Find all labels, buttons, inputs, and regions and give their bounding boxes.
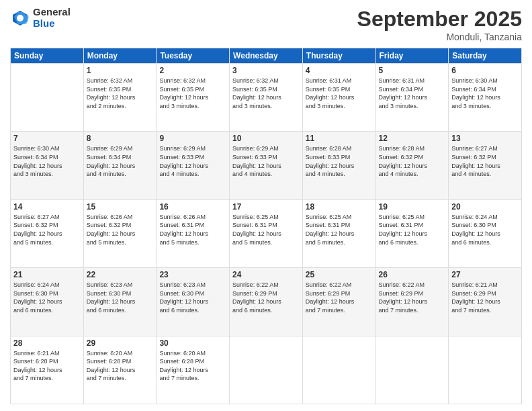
day-cell: 9Sunrise: 6:29 AM Sunset: 6:33 PM Daylig…: [157, 132, 230, 199]
day-cell: 27Sunrise: 6:21 AM Sunset: 6:29 PM Dayli…: [449, 268, 522, 336]
day-cell: 17Sunrise: 6:25 AM Sunset: 6:31 PM Dayli…: [230, 199, 303, 267]
day-cell: 23Sunrise: 6:23 AM Sunset: 6:30 PM Dayli…: [157, 268, 230, 336]
day-cell: 10Sunrise: 6:29 AM Sunset: 6:33 PM Dayli…: [230, 132, 303, 199]
page: General Blue September 2025 Monduli, Tan…: [0, 0, 532, 411]
day-number: 16: [159, 202, 226, 212]
day-cell: 2Sunrise: 6:32 AM Sunset: 6:35 PM Daylig…: [157, 64, 230, 132]
day-cell: 13Sunrise: 6:27 AM Sunset: 6:32 PM Dayli…: [449, 132, 522, 199]
day-info: Sunrise: 6:25 AM Sunset: 6:31 PM Dayligh…: [306, 213, 373, 246]
day-number: 6: [451, 66, 519, 75]
col-header-thursday: Thursday: [302, 48, 375, 64]
day-cell: [375, 336, 449, 404]
day-cell: 25Sunrise: 6:22 AM Sunset: 6:29 PM Dayli…: [302, 268, 375, 336]
day-info: Sunrise: 6:28 AM Sunset: 6:33 PM Dayligh…: [306, 144, 373, 178]
day-number: 20: [451, 202, 519, 212]
day-cell: 5Sunrise: 6:31 AM Sunset: 6:34 PM Daylig…: [375, 64, 449, 132]
col-header-sunday: Sunday: [11, 48, 84, 64]
day-cell: 1Sunrise: 6:32 AM Sunset: 6:35 PM Daylig…: [83, 64, 157, 132]
week-row-4: 21Sunrise: 6:24 AM Sunset: 6:30 PM Dayli…: [11, 268, 522, 336]
logo-text: General Blue: [33, 7, 71, 29]
day-number: 24: [232, 270, 300, 279]
day-info: Sunrise: 6:28 AM Sunset: 6:32 PM Dayligh…: [379, 144, 446, 178]
svg-point-2: [17, 15, 24, 21]
day-number: 8: [87, 134, 154, 143]
day-number: 7: [13, 134, 81, 143]
day-number: 28: [13, 338, 81, 348]
day-cell: 20Sunrise: 6:24 AM Sunset: 6:30 PM Dayli…: [449, 199, 522, 267]
day-number: 14: [13, 202, 81, 212]
day-info: Sunrise: 6:25 AM Sunset: 6:31 PM Dayligh…: [379, 213, 446, 246]
day-cell: 12Sunrise: 6:28 AM Sunset: 6:32 PM Dayli…: [375, 132, 449, 199]
header: General Blue September 2025 Monduli, Tan…: [10, 7, 522, 42]
day-cell: 8Sunrise: 6:29 AM Sunset: 6:34 PM Daylig…: [83, 132, 157, 199]
logo: General Blue: [10, 7, 71, 29]
day-cell: 29Sunrise: 6:20 AM Sunset: 6:28 PM Dayli…: [83, 336, 157, 404]
day-number: 10: [232, 134, 300, 143]
day-number: 18: [306, 202, 373, 212]
day-info: Sunrise: 6:29 AM Sunset: 6:34 PM Dayligh…: [87, 144, 154, 178]
col-header-friday: Friday: [375, 48, 449, 64]
day-number: 22: [87, 270, 154, 279]
day-cell: 4Sunrise: 6:31 AM Sunset: 6:35 PM Daylig…: [302, 64, 375, 132]
day-cell: [11, 64, 84, 132]
day-number: 9: [159, 134, 226, 143]
week-row-2: 7Sunrise: 6:30 AM Sunset: 6:34 PM Daylig…: [11, 132, 522, 199]
col-header-monday: Monday: [83, 48, 157, 64]
day-info: Sunrise: 6:26 AM Sunset: 6:31 PM Dayligh…: [159, 213, 226, 246]
calendar: SundayMondayTuesdayWednesdayThursdayFrid…: [10, 48, 522, 404]
day-number: 5: [379, 66, 446, 75]
day-cell: 6Sunrise: 6:30 AM Sunset: 6:34 PM Daylig…: [449, 64, 522, 132]
day-cell: 21Sunrise: 6:24 AM Sunset: 6:30 PM Dayli…: [11, 268, 84, 336]
day-cell: [230, 336, 303, 404]
day-number: 17: [232, 202, 300, 212]
day-number: 23: [159, 270, 226, 279]
week-row-1: 1Sunrise: 6:32 AM Sunset: 6:35 PM Daylig…: [11, 64, 522, 132]
day-cell: 26Sunrise: 6:22 AM Sunset: 6:29 PM Dayli…: [375, 268, 449, 336]
day-info: Sunrise: 6:32 AM Sunset: 6:35 PM Dayligh…: [232, 77, 300, 110]
day-info: Sunrise: 6:31 AM Sunset: 6:34 PM Dayligh…: [379, 77, 446, 110]
day-cell: 16Sunrise: 6:26 AM Sunset: 6:31 PM Dayli…: [157, 199, 230, 267]
header-row: SundayMondayTuesdayWednesdayThursdayFrid…: [11, 48, 522, 64]
logo-blue: Blue: [33, 18, 71, 30]
day-number: 11: [306, 134, 373, 143]
day-number: 15: [87, 202, 154, 212]
day-number: 4: [306, 66, 373, 75]
day-number: 21: [13, 270, 81, 279]
day-info: Sunrise: 6:24 AM Sunset: 6:30 PM Dayligh…: [13, 281, 81, 314]
day-cell: 14Sunrise: 6:27 AM Sunset: 6:32 PM Dayli…: [11, 199, 84, 267]
day-info: Sunrise: 6:20 AM Sunset: 6:28 PM Dayligh…: [87, 349, 154, 383]
day-cell: 24Sunrise: 6:22 AM Sunset: 6:29 PM Dayli…: [230, 268, 303, 336]
day-number: 27: [451, 270, 519, 279]
day-cell: [449, 336, 522, 404]
day-number: 26: [379, 270, 446, 279]
day-cell: 15Sunrise: 6:26 AM Sunset: 6:32 PM Dayli…: [83, 199, 157, 267]
day-number: 25: [306, 270, 373, 279]
day-number: 3: [232, 66, 300, 75]
col-header-saturday: Saturday: [449, 48, 522, 64]
location: Monduli, Tanzania: [357, 32, 522, 42]
day-info: Sunrise: 6:23 AM Sunset: 6:30 PM Dayligh…: [87, 281, 154, 314]
day-number: 19: [379, 202, 446, 212]
day-info: Sunrise: 6:27 AM Sunset: 6:32 PM Dayligh…: [13, 213, 81, 246]
day-number: 13: [451, 134, 519, 143]
col-header-tuesday: Tuesday: [157, 48, 230, 64]
day-cell: 19Sunrise: 6:25 AM Sunset: 6:31 PM Dayli…: [375, 199, 449, 267]
day-info: Sunrise: 6:21 AM Sunset: 6:29 PM Dayligh…: [451, 281, 519, 314]
day-info: Sunrise: 6:29 AM Sunset: 6:33 PM Dayligh…: [159, 144, 226, 178]
day-number: 12: [379, 134, 446, 143]
title-block: September 2025 Monduli, Tanzania: [357, 7, 522, 42]
day-info: Sunrise: 6:29 AM Sunset: 6:33 PM Dayligh…: [232, 144, 300, 178]
day-info: Sunrise: 6:22 AM Sunset: 6:29 PM Dayligh…: [306, 281, 373, 314]
logo-general: General: [33, 7, 71, 18]
day-cell: [302, 336, 375, 404]
day-info: Sunrise: 6:26 AM Sunset: 6:32 PM Dayligh…: [87, 213, 154, 246]
day-number: 1: [87, 66, 154, 75]
day-number: 2: [159, 66, 226, 75]
day-cell: 28Sunrise: 6:21 AM Sunset: 6:28 PM Dayli…: [11, 336, 84, 404]
day-info: Sunrise: 6:27 AM Sunset: 6:32 PM Dayligh…: [451, 144, 519, 178]
day-info: Sunrise: 6:22 AM Sunset: 6:29 PM Dayligh…: [232, 281, 300, 314]
day-cell: 30Sunrise: 6:20 AM Sunset: 6:28 PM Dayli…: [157, 336, 230, 404]
day-cell: 22Sunrise: 6:23 AM Sunset: 6:30 PM Dayli…: [83, 268, 157, 336]
day-info: Sunrise: 6:20 AM Sunset: 6:28 PM Dayligh…: [159, 349, 226, 383]
day-cell: 7Sunrise: 6:30 AM Sunset: 6:34 PM Daylig…: [11, 132, 84, 199]
